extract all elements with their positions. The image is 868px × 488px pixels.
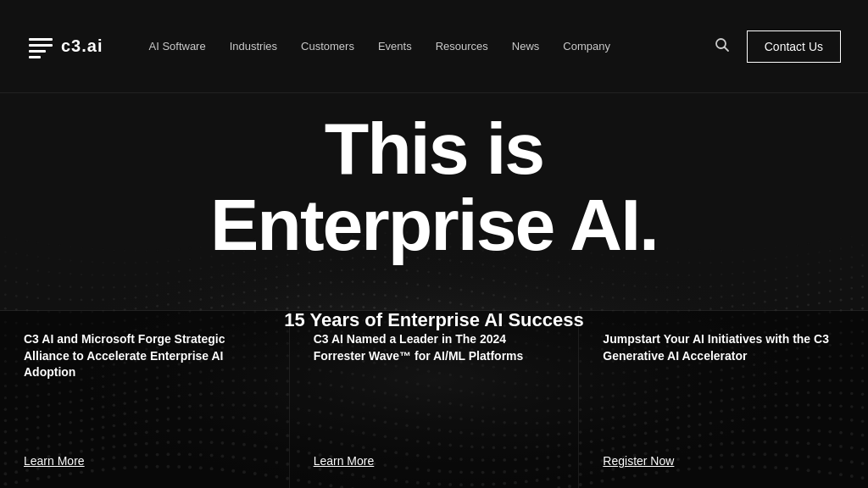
- svg-point-371: [536, 272, 538, 274]
- svg-point-309: [732, 273, 734, 275]
- svg-point-328: [70, 286, 72, 288]
- svg-point-259: [189, 269, 192, 271]
- svg-point-380: [633, 285, 636, 287]
- svg-point-590: [308, 294, 310, 297]
- svg-point-296: [590, 266, 593, 269]
- svg-point-448: [504, 281, 506, 284]
- svg-point-512: [330, 281, 332, 284]
- svg-point-338: [178, 281, 181, 284]
- svg-point-451: [536, 286, 538, 289]
- nav-item-company[interactable]: Company: [551, 33, 622, 59]
- svg-point-417: [167, 293, 170, 296]
- svg-point-441: [427, 271, 430, 274]
- svg-point-501: [210, 297, 213, 299]
- svg-point-411: [102, 298, 104, 301]
- svg-point-516: [373, 280, 376, 283]
- nav-item-resources[interactable]: Resources: [424, 33, 500, 59]
- svg-point-605: [470, 305, 473, 308]
- svg-point-457: [601, 296, 604, 298]
- svg-point-672: [330, 305, 332, 308]
- card-3: Jumpstart Your AI Initiatives with the C…: [579, 310, 868, 488]
- svg-point-252: [113, 274, 115, 277]
- svg-point-471: [753, 292, 755, 295]
- nav-item-events[interactable]: Events: [366, 33, 424, 59]
- svg-point-305: [687, 274, 690, 277]
- nav-item-customers[interactable]: Customers: [289, 33, 366, 59]
- svg-point-670: [308, 306, 310, 308]
- svg-point-425: [253, 280, 256, 282]
- svg-point-495: [145, 306, 147, 308]
- svg-point-469: [732, 295, 734, 297]
- svg-point-310: [742, 272, 744, 274]
- svg-point-398: [829, 269, 832, 272]
- svg-point-601: [427, 298, 430, 301]
- svg-point-312: [764, 269, 766, 272]
- nav-item-ai-software[interactable]: AI Software: [136, 33, 217, 59]
- svg-point-403: [15, 295, 18, 297]
- svg-point-315: [796, 265, 798, 268]
- svg-point-468: [721, 296, 723, 298]
- svg-point-419: [189, 290, 192, 292]
- svg-point-586: [264, 298, 267, 301]
- svg-point-503: [232, 293, 235, 296]
- svg-point-511: [319, 282, 321, 285]
- svg-point-673: [341, 305, 343, 308]
- svg-point-369: [515, 269, 517, 271]
- contact-us-button[interactable]: Contact Us: [747, 30, 841, 63]
- nav-item-news[interactable]: News: [500, 33, 552, 59]
- svg-point-376: [590, 280, 593, 283]
- search-icon[interactable]: [711, 34, 733, 59]
- svg-point-303: [666, 274, 669, 276]
- svg-point-523: [449, 287, 452, 290]
- svg-point-507: [275, 286, 278, 289]
- svg-point-404: [26, 296, 29, 298]
- card-3-link[interactable]: Register Now: [603, 454, 844, 468]
- svg-point-557: [818, 291, 821, 294]
- svg-point-408: [70, 298, 72, 301]
- svg-point-444: [460, 274, 463, 277]
- svg-point-480: [850, 276, 853, 279]
- svg-point-253: [124, 274, 126, 276]
- svg-point-325: [36, 283, 39, 286]
- svg-point-595: [362, 293, 364, 296]
- svg-point-551: [753, 302, 755, 305]
- svg-point-313: [775, 268, 777, 270]
- svg-point-446: [481, 278, 484, 280]
- svg-point-449: [515, 283, 517, 286]
- svg-point-552: [764, 301, 766, 303]
- svg-point-334: [135, 286, 137, 288]
- svg-point-299: [623, 270, 626, 273]
- svg-point-258: [178, 270, 181, 273]
- svg-point-460: [633, 298, 636, 301]
- svg-point-528: [504, 296, 506, 298]
- logo[interactable]: c3.ai: [27, 33, 103, 60]
- svg-point-251: [102, 274, 104, 277]
- svg-point-416: [156, 294, 159, 297]
- svg-point-639: [840, 299, 843, 302]
- svg-point-520: [416, 283, 419, 286]
- svg-point-559: [840, 288, 843, 291]
- svg-point-430: [308, 272, 310, 274]
- card-1-link[interactable]: Learn More: [24, 454, 265, 468]
- svg-point-499: [189, 300, 192, 302]
- svg-point-345: [253, 269, 256, 272]
- svg-point-407: [58, 298, 61, 301]
- svg-point-428: [287, 274, 289, 277]
- svg-point-327: [58, 286, 61, 288]
- svg-rect-1764: [29, 50, 46, 53]
- svg-point-506: [264, 288, 267, 291]
- svg-point-306: [698, 274, 701, 276]
- svg-point-300: [633, 272, 636, 274]
- svg-point-508: [287, 285, 289, 287]
- svg-point-336: [156, 283, 159, 286]
- svg-point-532: [547, 302, 549, 305]
- svg-point-588: [287, 296, 289, 298]
- svg-point-387: [709, 286, 712, 288]
- card-2-link[interactable]: Learn More: [314, 454, 555, 468]
- svg-point-458: [612, 297, 615, 299]
- svg-point-510: [308, 283, 310, 286]
- svg-point-423: [232, 283, 235, 286]
- nav-item-industries[interactable]: Industries: [218, 33, 289, 59]
- svg-point-367: [492, 265, 495, 268]
- svg-point-437: [384, 269, 387, 271]
